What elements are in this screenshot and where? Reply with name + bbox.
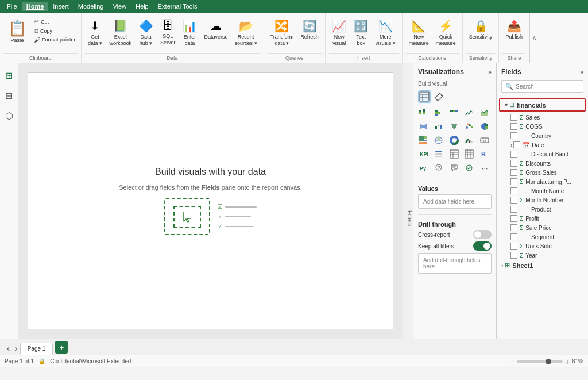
sensitivity-button[interactable]: 🔒 Sensitivity	[466, 17, 496, 42]
fields-item-segment[interactable]: Segment	[497, 232, 588, 241]
viz-pie[interactable]	[478, 120, 491, 133]
viz-funnel[interactable]	[448, 120, 461, 133]
fields-item-month-number[interactable]: Σ Month Number	[497, 195, 588, 205]
month-number-checkbox[interactable]	[510, 197, 517, 204]
month-name-checkbox[interactable]	[510, 187, 517, 194]
fields-item-discounts[interactable]: Σ Discounts	[497, 159, 588, 168]
menu-help[interactable]: Help	[131, 2, 153, 11]
cut-button[interactable]: ✂ Cut	[32, 17, 78, 26]
page-nav-next[interactable]: ›	[12, 342, 20, 355]
transform-data-button[interactable]: 🔀 Transformdata ▾	[268, 17, 297, 48]
segment-checkbox[interactable]	[510, 233, 517, 240]
publish-button[interactable]: 📤 Publish	[502, 17, 525, 42]
menu-modeling[interactable]: Modeling	[74, 2, 109, 11]
financials-expand-icon[interactable]: ▾	[505, 102, 508, 108]
sql-server-button[interactable]: 🗄 SQLServer	[157, 17, 179, 48]
viz-slicer[interactable]	[432, 148, 445, 160]
viz-card[interactable]: 42	[478, 134, 491, 147]
viz-scatter[interactable]	[463, 120, 475, 133]
copy-button[interactable]: ⧉ Copy	[32, 26, 78, 35]
page-tab-1[interactable]: Page 1	[20, 343, 53, 355]
fields-item-manufacturing-p[interactable]: Σ Manufacturing P...	[497, 177, 588, 186]
viz-format-icon[interactable]	[433, 90, 446, 103]
dataverse-button[interactable]: ☁ Dataverse	[202, 17, 231, 42]
recent-sources-button[interactable]: 📂 Recentsources ▾	[232, 17, 260, 48]
fields-item-units-sold[interactable]: Σ Units Sold	[497, 241, 588, 251]
viz-metrics[interactable]	[463, 162, 475, 174]
discounts-checkbox[interactable]	[510, 160, 517, 167]
viz-gauge[interactable]	[463, 134, 475, 147]
new-measure-button[interactable]: 📐 Newmeasure	[406, 17, 432, 48]
fields-item-profit[interactable]: Σ Profit	[497, 214, 588, 223]
page-nav-prev[interactable]: ‹	[5, 342, 12, 355]
viz-stacked-bar[interactable]	[417, 106, 430, 119]
new-visual-button[interactable]: 📈 Newvisual	[329, 17, 350, 48]
viz-smart-narrative[interactable]	[448, 162, 461, 174]
viz-map[interactable]	[432, 134, 445, 147]
menu-view[interactable]: View	[108, 2, 131, 11]
date-checkbox[interactable]	[513, 141, 520, 148]
sheet1-expand-icon[interactable]: ›	[501, 262, 503, 268]
fields-item-sale-price[interactable]: Σ Sale Price	[497, 223, 588, 232]
fields-item-date[interactable]: › 📅 Date	[497, 140, 588, 149]
model-view-icon[interactable]: ⬡	[3, 108, 16, 124]
manufacturing-checkbox[interactable]	[510, 178, 517, 185]
viz-ribbon[interactable]	[417, 120, 430, 133]
units-sold-checkbox[interactable]	[510, 243, 517, 250]
viz-line-chart[interactable]	[463, 106, 475, 119]
viz-table-icon[interactable]	[448, 148, 461, 160]
date-expand-icon[interactable]: ›	[510, 142, 512, 148]
refresh-button[interactable]: 🔄 Refresh	[297, 17, 322, 42]
zoom-thumb[interactable]	[546, 359, 551, 364]
viz-matrix-icon[interactable]	[463, 148, 475, 160]
sale-price-checkbox[interactable]	[510, 224, 517, 231]
excel-button[interactable]: 📗 Excelworkbook	[107, 17, 135, 48]
viz-python[interactable]: Py	[417, 162, 430, 174]
data-hub-button[interactable]: 🔷 Datahub ▾	[136, 17, 156, 48]
filters-panel[interactable]: Filters	[403, 63, 413, 339]
fields-item-country[interactable]: Country	[497, 131, 588, 140]
zoom-in-button[interactable]: +	[565, 357, 570, 366]
menu-external-tools[interactable]: External Tools	[153, 2, 202, 11]
keep-all-filters-toggle[interactable]	[473, 241, 492, 251]
zoom-slider[interactable]	[517, 360, 563, 363]
fields-item-gross-sales[interactable]: Σ Gross Sales	[497, 168, 588, 177]
viz-donut[interactable]	[448, 134, 461, 147]
fields-search-input[interactable]	[516, 83, 588, 90]
cogs-checkbox[interactable]	[510, 123, 517, 130]
quick-measure-button[interactable]: ⚡ Quickmeasure	[433, 17, 459, 48]
viz-r-script[interactable]: R	[478, 148, 491, 160]
cross-report-toggle[interactable]	[473, 230, 492, 239]
fields-item-month-name[interactable]: Month Name	[497, 186, 588, 195]
viz-values-dropzone[interactable]: Add data fields here	[418, 194, 492, 209]
viz-qna[interactable]: ?	[432, 162, 445, 174]
fields-item-product[interactable]: Product	[497, 205, 588, 214]
viz-area-chart[interactable]	[478, 106, 491, 119]
drill-dropzone[interactable]: Add drill-through fields here	[418, 253, 492, 274]
fields-item-sales[interactable]: Σ Sales	[497, 113, 588, 122]
add-page-button[interactable]: +	[55, 341, 68, 354]
menu-home[interactable]: Home	[22, 2, 49, 11]
menu-insert[interactable]: Insert	[48, 2, 74, 11]
fields-expand-all-icon[interactable]: »	[580, 68, 583, 75]
viz-build-icon[interactable]	[418, 90, 431, 103]
profit-checkbox[interactable]	[510, 215, 517, 222]
viz-kpi[interactable]: KPI	[417, 148, 430, 160]
ribbon-collapse-button[interactable]: ∧	[529, 13, 539, 63]
table-view-icon[interactable]: ⊟	[3, 88, 15, 103]
fields-item-discount-band[interactable]: Discount Band	[497, 149, 588, 159]
viz-more-options[interactable]: ···	[478, 162, 491, 174]
discount-band-checkbox[interactable]	[510, 151, 517, 158]
text-box-button[interactable]: 🔡 Textbox	[351, 17, 372, 48]
product-checkbox[interactable]	[510, 206, 517, 213]
year-checkbox[interactable]	[510, 252, 517, 259]
country-checkbox[interactable]	[510, 132, 517, 139]
report-canvas[interactable]: Build visuals with your data Select or d…	[28, 72, 393, 329]
more-visuals-button[interactable]: 📉 Morevisuals ▾	[373, 17, 399, 48]
sales-checkbox[interactable]	[510, 114, 517, 121]
enter-data-button[interactable]: 📊 Enterdata	[180, 17, 200, 48]
report-view-icon[interactable]: ⊞	[3, 68, 15, 83]
viz-waterfall[interactable]	[432, 120, 445, 133]
fields-table-financials[interactable]: ▾ ⊞ financials	[500, 99, 585, 110]
fields-table-sheet1[interactable]: › ⊞ Sheet1	[497, 260, 588, 271]
